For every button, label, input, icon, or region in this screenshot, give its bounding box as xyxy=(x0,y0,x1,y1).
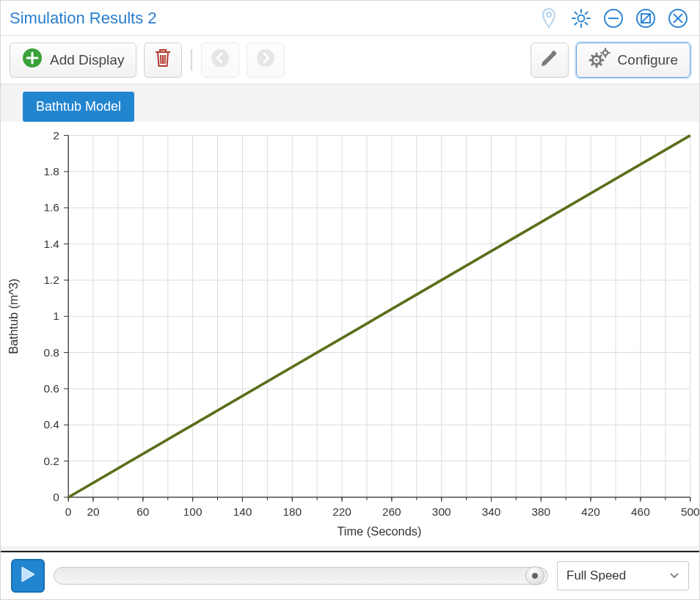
svg-point-0 xyxy=(547,12,551,17)
svg-text:500: 500 xyxy=(681,505,699,518)
svg-line-27 xyxy=(599,56,601,57)
add-display-label: Add Display xyxy=(50,52,124,68)
svg-line-28 xyxy=(591,63,593,65)
svg-point-29 xyxy=(602,51,607,55)
svg-text:0.6: 0.6 xyxy=(44,382,59,395)
svg-point-20 xyxy=(595,59,597,61)
svg-text:20: 20 xyxy=(87,505,99,518)
svg-text:260: 260 xyxy=(382,505,401,518)
play-button[interactable] xyxy=(11,559,45,593)
svg-point-17 xyxy=(257,49,274,67)
speed-select[interactable]: Full Speed xyxy=(557,561,689,590)
pencil-icon xyxy=(539,48,560,72)
speed-select-label: Full Speed xyxy=(566,568,626,583)
prev-button[interactable] xyxy=(201,43,239,78)
minimize-icon[interactable] xyxy=(601,6,626,31)
svg-point-1 xyxy=(578,15,585,21)
svg-text:2: 2 xyxy=(53,129,59,142)
svg-text:340: 340 xyxy=(482,505,501,518)
svg-line-25 xyxy=(591,56,593,57)
configure-button[interactable]: Configure xyxy=(576,43,690,78)
svg-text:100: 100 xyxy=(183,505,203,518)
add-display-button[interactable]: Add Display xyxy=(10,43,136,78)
chevron-down-icon xyxy=(669,568,679,583)
detach-icon[interactable] xyxy=(633,6,658,31)
svg-text:1.4: 1.4 xyxy=(44,238,60,250)
svg-text:380: 380 xyxy=(531,505,550,518)
progress-slider[interactable] xyxy=(54,567,548,585)
svg-text:140: 140 xyxy=(233,505,252,518)
svg-text:460: 460 xyxy=(631,505,650,518)
chart-region: Bathtub Model 02060100140180220260300340… xyxy=(1,84,699,551)
tab-bathtub-model[interactable]: Bathtub Model xyxy=(23,92,134,122)
svg-text:0.8: 0.8 xyxy=(44,346,59,359)
svg-text:0.2: 0.2 xyxy=(44,455,59,467)
panel-title: Simulation Results 2 xyxy=(10,9,536,28)
chevron-left-icon xyxy=(211,48,230,71)
svg-text:0: 0 xyxy=(53,491,59,503)
play-icon xyxy=(20,566,36,586)
simulation-results-panel: Simulation Results 2 xyxy=(0,0,700,600)
svg-text:420: 420 xyxy=(581,505,600,518)
trash-icon xyxy=(153,47,172,73)
edit-button[interactable] xyxy=(531,43,569,78)
next-button[interactable] xyxy=(247,43,285,78)
plus-circle-icon xyxy=(22,48,43,72)
svg-text:0.4: 0.4 xyxy=(44,418,60,431)
configure-label: Configure xyxy=(618,52,678,68)
svg-line-15 xyxy=(165,55,166,64)
svg-text:180: 180 xyxy=(282,505,302,518)
svg-line-6 xyxy=(641,14,650,23)
delete-button[interactable] xyxy=(144,43,182,78)
progress-thumb[interactable] xyxy=(525,566,544,585)
svg-line-26 xyxy=(599,63,601,65)
titlebar-icons xyxy=(536,6,690,31)
gears-icon xyxy=(588,48,610,72)
svg-text:Time (Seconds): Time (Seconds) xyxy=(337,524,421,537)
svg-text:60: 60 xyxy=(136,505,149,518)
svg-text:1.2: 1.2 xyxy=(44,274,59,286)
svg-text:220: 220 xyxy=(332,505,351,518)
svg-text:300: 300 xyxy=(432,505,451,518)
svg-text:1.6: 1.6 xyxy=(44,201,59,213)
chevron-right-icon xyxy=(256,48,275,71)
line-chart: 0206010014018022026030034038042046050000… xyxy=(1,122,699,546)
svg-text:1: 1 xyxy=(53,310,59,322)
svg-text:1.8: 1.8 xyxy=(44,165,59,178)
close-icon[interactable] xyxy=(666,6,690,31)
playback-bar: Full Speed xyxy=(1,551,699,599)
svg-point-16 xyxy=(211,49,229,67)
toolbar-separator xyxy=(191,49,192,71)
gear-icon[interactable] xyxy=(569,6,594,31)
svg-text:0: 0 xyxy=(65,505,72,518)
svg-line-13 xyxy=(161,55,161,64)
svg-text:Bathtub (m^3): Bathtub (m^3) xyxy=(7,279,20,354)
toolbar: Add Display xyxy=(1,36,699,84)
chart-area: 0206010014018022026030034038042046050000… xyxy=(1,122,699,546)
titlebar: Simulation Results 2 xyxy=(1,1,699,36)
chart-tab-bar: Bathtub Model xyxy=(1,84,699,122)
pin-icon[interactable] xyxy=(536,6,561,31)
